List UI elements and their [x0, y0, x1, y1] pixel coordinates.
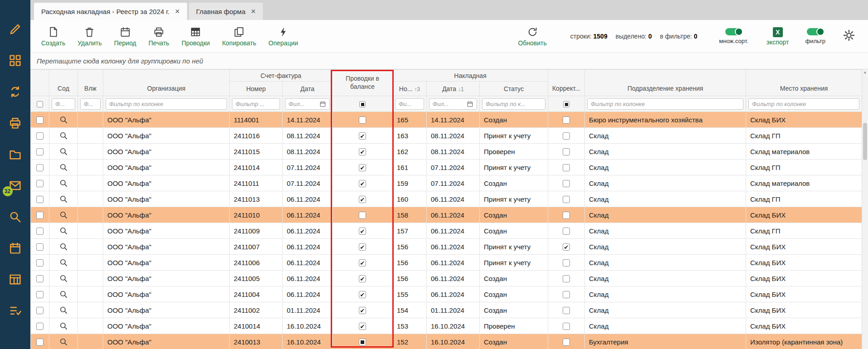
copy-button[interactable]: Копировать: [222, 26, 256, 47]
invoice-date-cell[interactable]: 06.11.2024: [283, 271, 333, 286]
status-cell[interactable]: Создан: [480, 175, 548, 191]
storage-place-cell[interactable]: Склад БИХ: [746, 271, 862, 286]
row-open-cell[interactable]: [49, 207, 78, 223]
organization-cell[interactable]: ООО "Альфа": [103, 271, 230, 286]
correction-checkbox[interactable]: [563, 323, 570, 330]
waybill-number-cell[interactable]: 155: [393, 286, 427, 302]
waybill-date-cell[interactable]: 06.11.2024: [427, 223, 480, 239]
scroll-up-icon[interactable]: ▲: [862, 70, 868, 74]
sidebar-item-calendar[interactable]: [8, 241, 23, 255]
row-checkbox[interactable]: [36, 339, 43, 346]
sidebar-item-modules[interactable]: [8, 53, 23, 68]
invoice-date-cell[interactable]: 16.10.2024: [283, 318, 333, 334]
waybill-date-cell[interactable]: 16.10.2024: [427, 318, 480, 334]
table-row[interactable]: ООО "Альфа" 2411007 06.11.2024 156 06.11…: [31, 239, 862, 255]
row-open-cell[interactable]: [49, 334, 78, 349]
waybill-date-cell[interactable]: 14.11.2024: [427, 112, 480, 128]
waybill-date-cell[interactable]: 07.11.2024: [427, 175, 480, 191]
posted-checkbox[interactable]: [359, 116, 366, 124]
waybill-date-cell[interactable]: 06.11.2024: [427, 255, 480, 271]
correction-checkbox[interactable]: [563, 164, 570, 171]
invoice-date-filter-input[interactable]: Фил...: [285, 98, 330, 110]
col-header-status[interactable]: Статус: [480, 82, 548, 96]
col-header-waybill-number[interactable]: Но...↑3: [393, 82, 427, 96]
posted-checkbox[interactable]: [359, 196, 366, 203]
storage-place-cell[interactable]: Склад БИХ: [746, 255, 862, 271]
waybill-date-cell[interactable]: 06.11.2024: [427, 239, 480, 255]
table-row[interactable]: ООО "Альфа" 2411009 06.11.2024 157 06.11…: [31, 223, 862, 239]
department-cell[interactable]: Склад: [585, 160, 746, 175]
status-cell[interactable]: Создан: [480, 207, 548, 223]
waybill-number-cell[interactable]: 156: [393, 255, 427, 271]
col-header-waybill-date[interactable]: Дата↓1: [427, 82, 480, 96]
waybill-number-filter-input[interactable]: Фи...: [395, 98, 424, 110]
department-cell[interactable]: Склад: [585, 223, 746, 239]
waybill-date-cell[interactable]: 01.11.2024: [427, 302, 480, 318]
row-checkbox[interactable]: [36, 243, 43, 251]
table-row[interactable]: ООО "Альфа" 2411010 06.11.2024 158 06.11…: [31, 207, 862, 223]
organization-cell[interactable]: ООО "Альфа": [103, 175, 230, 191]
row-open-cell[interactable]: [49, 318, 78, 334]
table-row[interactable]: ООО "Альфа" 2411002 01.11.2024 154 01.11…: [31, 302, 862, 318]
waybill-date-cell[interactable]: 08.11.2024: [427, 128, 480, 144]
row-checkbox[interactable]: [36, 291, 43, 298]
invoice-number-cell[interactable]: 2410013: [230, 334, 283, 349]
row-open-cell[interactable]: [49, 144, 78, 160]
invoice-number-cell[interactable]: 2411005: [230, 271, 283, 286]
waybill-number-cell[interactable]: 158: [393, 207, 427, 223]
department-cell[interactable]: Склад: [585, 207, 746, 223]
invoice-date-cell[interactable]: 06.11.2024: [283, 286, 333, 302]
waybill-number-cell[interactable]: 160: [393, 191, 427, 207]
waybill-number-cell[interactable]: 165: [393, 112, 427, 128]
organization-cell[interactable]: ООО "Альфа": [103, 191, 230, 207]
col-header-invoice-number[interactable]: Номер: [230, 82, 283, 96]
row-checkbox[interactable]: [36, 228, 43, 235]
invoice-number-filter-input[interactable]: Фильтр ...: [232, 98, 280, 110]
storage-place-cell[interactable]: Склад БИХ: [746, 112, 862, 128]
department-cell[interactable]: Склад: [585, 128, 746, 144]
table-row[interactable]: ООО "Альфа" 2411005 06.11.2024 156 06.11…: [31, 271, 862, 286]
posted-checkbox[interactable]: [359, 228, 366, 235]
status-cell[interactable]: Создан: [480, 223, 548, 239]
invoice-number-cell[interactable]: 2411009: [230, 223, 283, 239]
create-button[interactable]: Создать: [41, 26, 65, 47]
department-filter-input[interactable]: Фильтр по колонке: [587, 98, 743, 110]
place-filter-input[interactable]: Фильтр по колонке: [748, 98, 859, 110]
waybill-number-cell[interactable]: 154: [393, 302, 427, 318]
correction-checkbox[interactable]: [563, 259, 570, 267]
organization-cell[interactable]: ООО "Альфа": [103, 286, 230, 302]
invoice-number-cell[interactable]: 2411004: [230, 286, 283, 302]
sidebar-item-search[interactable]: [8, 209, 23, 224]
row-checkbox[interactable]: [36, 148, 43, 155]
invoice-number-cell[interactable]: 2411016: [230, 128, 283, 144]
invoice-date-cell[interactable]: 08.11.2024: [283, 144, 333, 160]
department-cell[interactable]: Склад: [585, 144, 746, 160]
table-row[interactable]: ООО "Альфа" 1114001 14.11.2024 165 14.11…: [31, 112, 862, 128]
storage-place-cell[interactable]: Склад ГП: [746, 191, 862, 207]
status-filter-input[interactable]: Фильтр по к...: [482, 98, 545, 110]
correction-checkbox[interactable]: [563, 180, 570, 187]
correction-checkbox[interactable]: [563, 148, 570, 155]
close-icon[interactable]: ×: [251, 7, 256, 15]
invoice-number-cell[interactable]: 2410014: [230, 318, 283, 334]
col-header-place[interactable]: Место хранения: [746, 70, 862, 96]
department-cell[interactable]: Склад: [585, 175, 746, 191]
waybill-date-cell[interactable]: 06.11.2024: [427, 207, 480, 223]
invoice-number-cell[interactable]: 2411015: [230, 144, 283, 160]
export-excel-button[interactable]: X экспорт: [767, 27, 789, 46]
posted-checkbox[interactable]: [359, 180, 366, 187]
invoice-number-cell[interactable]: 2411007: [230, 239, 283, 255]
row-checkbox[interactable]: [36, 116, 43, 124]
row-open-cell[interactable]: [49, 271, 78, 286]
table-row[interactable]: ООО "Альфа" 2411011 07.11.2024 159 07.11…: [31, 175, 862, 191]
waybill-date-cell[interactable]: 06.11.2024: [427, 286, 480, 302]
table-row[interactable]: ООО "Альфа" 2410013 16.10.2024 152 16.10…: [31, 334, 862, 349]
status-cell[interactable]: Создан: [480, 302, 548, 318]
waybill-number-cell[interactable]: 153: [393, 318, 427, 334]
col-header-posted[interactable]: Проводки в балансе: [333, 70, 393, 96]
department-cell[interactable]: Склад: [585, 239, 746, 255]
row-open-cell[interactable]: [49, 175, 78, 191]
department-cell[interactable]: Склад: [585, 302, 746, 318]
correction-checkbox[interactable]: [563, 339, 570, 346]
organization-cell[interactable]: ООО "Альфа": [103, 334, 230, 349]
